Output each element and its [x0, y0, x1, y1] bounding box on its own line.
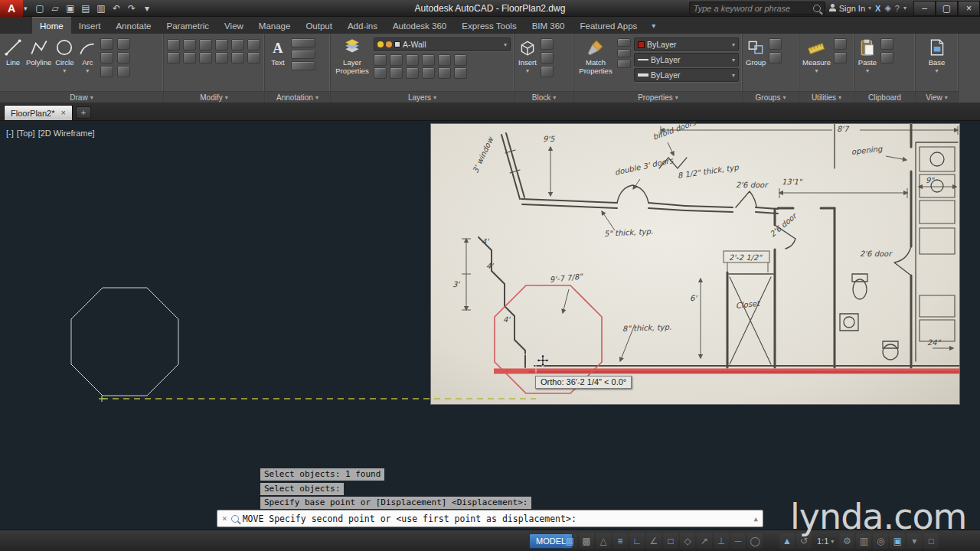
tab-parametric[interactable]: Parametric — [159, 17, 217, 34]
layer-isolate-icon[interactable] — [390, 54, 403, 66]
match-properties-button[interactable]: Match Properties — [577, 36, 614, 75]
transparency-icon[interactable]: ◯ — [747, 533, 763, 549]
tab-featured-apps[interactable]: Featured Apps — [572, 17, 645, 34]
stretch-icon[interactable] — [167, 52, 180, 64]
quick-select-icon[interactable] — [834, 38, 847, 50]
undo-icon[interactable]: ↶ — [109, 2, 124, 15]
minimize-button[interactable]: – — [913, 1, 936, 16]
line-button[interactable]: Line — [3, 36, 23, 67]
insert-dropdown-icon[interactable]: ▾ — [526, 67, 529, 76]
offset-icon[interactable] — [247, 52, 260, 64]
create-block-icon[interactable] — [541, 38, 554, 50]
help-menu-arrow-icon[interactable]: ▾ — [903, 5, 906, 11]
object-snap-tracking-icon[interactable]: ↗ — [697, 533, 712, 549]
tab-close-icon[interactable]: × — [60, 109, 65, 117]
layer-freeze-icon[interactable] — [406, 54, 419, 66]
group-edit-icon[interactable] — [769, 52, 782, 64]
linetype-list-icon[interactable] — [617, 49, 631, 57]
snap-icon[interactable]: ▩ — [579, 533, 594, 549]
panel-modify-footer[interactable]: Modify▾ — [164, 91, 264, 103]
tab-addins[interactable]: Add-ins — [340, 17, 385, 34]
circle-button[interactable]: Circle▾ — [54, 36, 74, 75]
command-prompt[interactable]: MOVE Specify second point or <use first … — [243, 514, 577, 524]
explode-icon[interactable] — [231, 52, 244, 64]
ortho-icon[interactable]: ∟ — [629, 533, 645, 549]
save-as-icon[interactable]: ▤ — [79, 2, 93, 15]
scale-icon[interactable] — [183, 52, 196, 64]
polyline-button[interactable]: Polyline — [26, 36, 51, 67]
region-icon[interactable] — [100, 66, 113, 77]
help-search-input[interactable]: Type a keyword or phrase — [689, 2, 825, 15]
lineweight-icon[interactable]: ─ — [730, 533, 746, 549]
panel-utilities-footer[interactable]: Utilities▾ — [799, 91, 854, 103]
layer-walk-icon[interactable] — [390, 67, 403, 79]
annotation-monitor-icon[interactable]: ▥ — [856, 533, 871, 549]
layer-delete-icon[interactable] — [422, 67, 435, 79]
tab-home[interactable]: Home — [32, 17, 71, 34]
infer-constraints-icon[interactable]: △ — [596, 533, 611, 549]
panel-clipboard-footer[interactable]: Clipboard — [854, 91, 915, 103]
define-attributes-icon[interactable] — [541, 66, 554, 77]
paste-dropdown-icon[interactable]: ▾ — [866, 67, 869, 76]
plot-icon[interactable]: ▥ — [94, 2, 109, 15]
panel-groups-footer[interactable]: Groups▾ — [743, 91, 799, 103]
wipeout-icon[interactable] — [117, 66, 130, 77]
command-customize-icon[interactable] — [231, 515, 239, 523]
save-icon[interactable]: ▣ — [64, 2, 78, 15]
group-button[interactable]: Group — [746, 36, 766, 67]
base-dropdown-icon[interactable]: ▾ — [935, 67, 938, 76]
paste-button[interactable]: Paste▾ — [858, 36, 877, 75]
tab-bim-360[interactable]: BIM 360 — [524, 17, 573, 34]
quick-calc-icon[interactable] — [834, 52, 847, 64]
panel-properties-footer[interactable]: Properties▾ — [574, 91, 742, 103]
layer-select[interactable]: A-Wall ▾ — [374, 37, 511, 51]
tab-manage[interactable]: Manage — [251, 17, 299, 34]
layer-off-icon[interactable] — [374, 54, 387, 66]
exchange-apps-icon[interactable]: X — [875, 4, 880, 13]
communication-center-icon[interactable]: ◈ — [884, 3, 890, 13]
tab-autodesk-360[interactable]: Autodesk 360 — [385, 17, 454, 34]
tab-annotate[interactable]: Annotate — [108, 17, 158, 34]
dynamic-input-icon[interactable]: ≡ — [612, 533, 628, 549]
3d-osnap-icon[interactable]: ◇ — [680, 533, 695, 549]
restore-button[interactable]: ▢ — [936, 1, 958, 16]
layer-lock-icon[interactable] — [422, 54, 435, 66]
table-icon[interactable] — [291, 61, 315, 70]
help-icon[interactable]: ? — [895, 4, 900, 13]
panel-view-footer[interactable]: View▾ — [916, 91, 958, 103]
clean-screen-icon[interactable]: □ — [923, 533, 939, 549]
trim-icon[interactable] — [199, 39, 212, 51]
model-space-canvas[interactable]: [-] [Top] [2D Wireframe] — [0, 121, 980, 530]
fillet-icon[interactable] — [247, 39, 260, 51]
tray-settings-icon[interactable]: ▾ — [906, 533, 922, 549]
layer-merge-icon[interactable] — [406, 67, 419, 79]
open-file-icon[interactable]: ▱ — [48, 2, 63, 15]
lineweight-select[interactable]: ByLayer ▾ — [634, 68, 739, 82]
viewport-menu-control[interactable]: [-] — [6, 129, 14, 138]
layer-thaw-icon[interactable] — [454, 67, 467, 79]
grid-icon[interactable]: ▦ — [562, 533, 577, 549]
new-file-icon[interactable]: ▢ — [33, 2, 47, 15]
viewport-visual-style-control[interactable]: [2D Wireframe] — [38, 129, 95, 138]
copy-clip-icon[interactable] — [880, 38, 893, 50]
isolate-objects-icon[interactable]: ◎ — [873, 533, 888, 549]
hatch-icon[interactable] — [100, 52, 113, 64]
object-color-select[interactable]: ByLayer ▾ — [634, 37, 739, 51]
layer-match-icon[interactable] — [438, 54, 451, 66]
tab-express-tools[interactable]: Express Tools — [454, 17, 524, 34]
base-button[interactable]: Base▾ — [927, 36, 947, 75]
autocad-logo[interactable]: A — [0, 0, 23, 17]
hardware-acceleration-icon[interactable]: ▣ — [890, 533, 905, 549]
measure-button[interactable]: Measure▾ — [802, 36, 831, 75]
command-line[interactable]: × MOVE Specify second point or <use firs… — [217, 510, 763, 527]
layer-previous-icon[interactable] — [454, 54, 467, 66]
arc-dropdown-icon[interactable]: ▾ — [86, 67, 89, 76]
boundary-icon[interactable] — [117, 52, 130, 64]
dynamic-ucs-icon[interactable]: ⊥ — [714, 533, 729, 549]
app-menu-arrow-icon[interactable]: ▾ — [24, 5, 28, 12]
cut-icon[interactable] — [880, 52, 893, 64]
mirror-icon[interactable] — [231, 39, 244, 51]
annotation-autoscale-icon[interactable]: ↺ — [796, 533, 812, 549]
lineweight-list-icon[interactable] — [617, 60, 631, 68]
rotate-icon[interactable] — [183, 39, 196, 51]
